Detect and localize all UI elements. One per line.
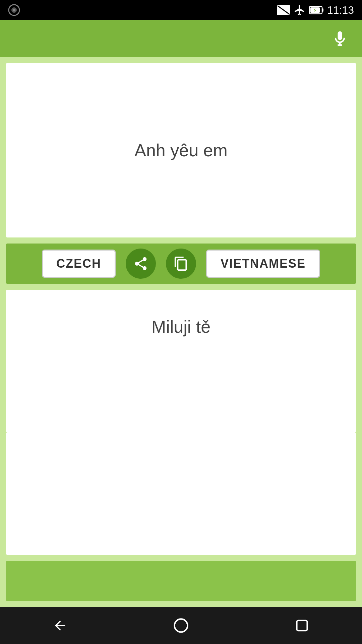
output-area[interactable]: Miluji tě <box>6 290 356 432</box>
status-bar-left <box>8 4 20 16</box>
source-lang-button[interactable]: CZECH <box>42 250 116 278</box>
home-icon <box>172 617 190 634</box>
camera-icon <box>8 4 20 16</box>
copy-icon <box>173 256 189 271</box>
svg-point-8 <box>175 619 188 632</box>
input-text: Anh yêu em <box>128 133 234 167</box>
home-button[interactable] <box>172 617 190 634</box>
output-extra-space <box>6 432 356 555</box>
back-button[interactable] <box>52 618 68 633</box>
nav-bar <box>0 607 362 644</box>
svg-rect-9 <box>297 621 307 631</box>
airplane-icon <box>294 4 306 16</box>
lang-bar: CZECH VIETNAMESE <box>6 244 356 284</box>
target-lang-button[interactable]: VIETNAMESE <box>206 250 320 278</box>
copy-button[interactable] <box>166 249 196 279</box>
share-button[interactable] <box>126 249 156 279</box>
input-area[interactable]: Anh yêu em <box>6 63 356 237</box>
output-text: Miluji tě <box>145 310 217 343</box>
recents-icon <box>294 618 310 633</box>
svg-rect-6 <box>322 8 323 12</box>
recents-button[interactable] <box>294 618 310 633</box>
no-signal-icon <box>277 5 290 15</box>
status-time: 11:13 <box>327 4 354 16</box>
app-header <box>0 20 362 57</box>
mic-button[interactable] <box>331 30 349 47</box>
mic-icon <box>331 30 349 47</box>
content-wrap: Anh yêu em CZECH VIETNAMESE Miluji tě <box>0 57 362 644</box>
bottom-bar <box>6 561 356 601</box>
back-icon <box>52 618 68 633</box>
status-bar-right: 11:13 <box>277 4 354 16</box>
svg-point-2 <box>13 9 15 11</box>
share-icon <box>133 256 148 271</box>
status-bar: 11:13 <box>0 0 362 20</box>
battery-icon <box>309 5 324 15</box>
